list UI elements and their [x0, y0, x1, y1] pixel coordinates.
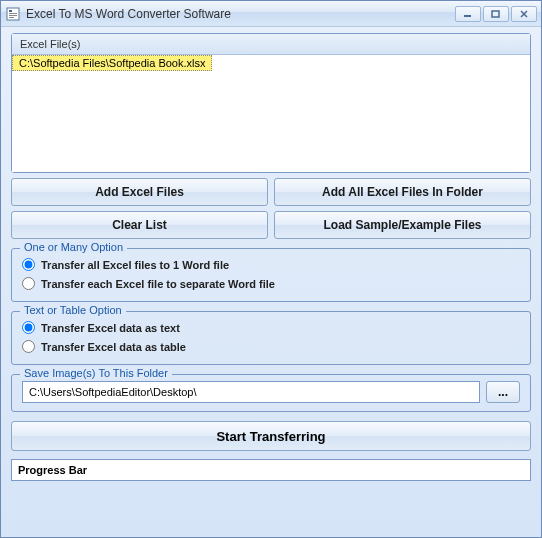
window-title: Excel To MS Word Converter Software — [26, 7, 455, 21]
radio-as-text-label[interactable]: Transfer Excel data as text — [41, 322, 180, 334]
text-or-table-fieldset: Text or Table Option Transfer Excel data… — [11, 311, 531, 365]
app-window: Excel To MS Word Converter Software Exce… — [0, 0, 542, 538]
browse-button[interactable]: ... — [486, 381, 520, 403]
radio-separate-word-files[interactable] — [22, 277, 35, 290]
titlebar: Excel To MS Word Converter Software — [1, 1, 541, 27]
file-list-item[interactable]: C:\Softpedia Files\Softpedia Book.xlsx — [12, 55, 212, 71]
maximize-button[interactable] — [483, 6, 509, 22]
svg-rect-1 — [9, 10, 12, 12]
start-transferring-button[interactable]: Start Transferring — [11, 421, 531, 451]
add-excel-files-button[interactable]: Add Excel Files — [11, 178, 268, 206]
radio-as-text[interactable] — [22, 321, 35, 334]
minimize-button[interactable] — [455, 6, 481, 22]
radio-one-word-file[interactable] — [22, 258, 35, 271]
one-or-many-fieldset: One or Many Option Transfer all Excel fi… — [11, 248, 531, 302]
svg-rect-3 — [9, 15, 17, 16]
file-list[interactable]: C:\Softpedia Files\Softpedia Book.xlsx — [12, 55, 530, 172]
radio-as-table[interactable] — [22, 340, 35, 353]
one-or-many-title: One or Many Option — [20, 241, 127, 253]
save-folder-fieldset: Save Image(s) To This Folder ... — [11, 374, 531, 412]
save-folder-title: Save Image(s) To This Folder — [20, 367, 172, 379]
progress-label: Progress Bar — [18, 464, 87, 476]
radio-as-table-label[interactable]: Transfer Excel data as table — [41, 341, 186, 353]
svg-rect-5 — [464, 15, 471, 17]
file-list-panel: Excel File(s) C:\Softpedia Files\Softped… — [11, 33, 531, 173]
content-area: Excel File(s) C:\Softpedia Files\Softped… — [1, 27, 541, 537]
progress-bar: Progress Bar — [11, 459, 531, 481]
file-list-header: Excel File(s) — [12, 34, 530, 55]
close-button[interactable] — [511, 6, 537, 22]
svg-rect-4 — [9, 17, 14, 18]
svg-rect-2 — [9, 13, 17, 14]
app-icon — [5, 6, 21, 22]
load-sample-button[interactable]: Load Sample/Example Files — [274, 211, 531, 239]
add-folder-button[interactable]: Add All Excel Files In Folder — [274, 178, 531, 206]
clear-list-button[interactable]: Clear List — [11, 211, 268, 239]
window-controls — [455, 6, 537, 22]
text-or-table-title: Text or Table Option — [20, 304, 126, 316]
save-path-input[interactable] — [22, 381, 480, 403]
radio-one-word-file-label[interactable]: Transfer all Excel files to 1 Word file — [41, 259, 229, 271]
radio-separate-word-files-label[interactable]: Transfer each Excel file to separate Wor… — [41, 278, 275, 290]
svg-rect-6 — [492, 11, 499, 17]
